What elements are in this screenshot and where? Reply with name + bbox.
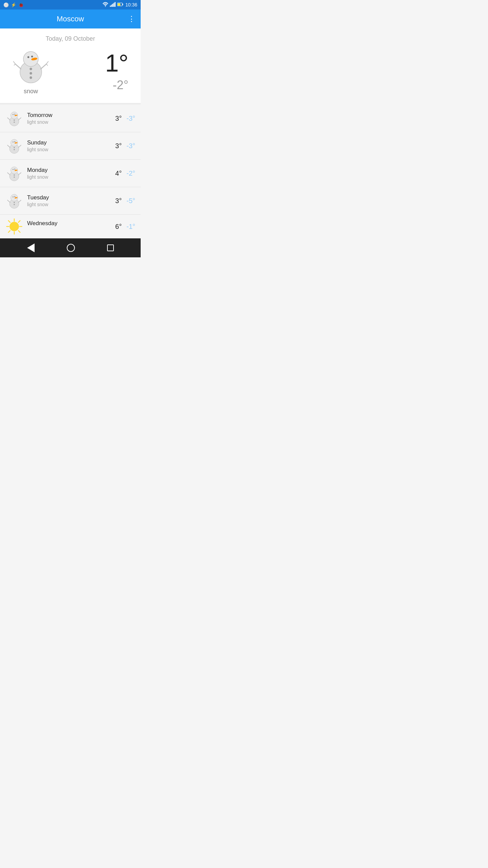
svg-rect-4 [114,3,115,6]
forecast-row-tomorrow: Tomorrow light snow 3° -3° [0,105,141,132]
monday-temps: 4° -2° [115,170,135,177]
svg-line-45 [18,173,21,175]
menu-button[interactable]: ⋮ [128,15,135,23]
tomorrow-day: Tomorrow [27,112,111,119]
svg-line-26 [7,118,10,120]
tomorrow-info: Tomorrow light snow [27,112,111,125]
tuesday-info: Tuesday light snow [27,194,111,207]
svg-point-48 [14,169,15,170]
monday-high: 4° [115,170,122,177]
forecast-row-sunday: Sunday light snow 3° -3° [0,132,141,160]
svg-point-31 [14,119,15,120]
debug-icon: 🐞 [18,2,24,7]
svg-line-68 [8,231,10,232]
svg-line-53 [7,200,10,202]
sunday-high: 3° [115,142,122,150]
svg-point-21 [29,68,32,70]
back-icon [27,243,35,252]
svg-point-47 [13,169,14,170]
nav-bar [0,238,141,257]
svg-line-16 [46,61,48,64]
svg-point-59 [14,204,15,205]
wednesday-day: Wednesday [27,220,111,227]
sunday-low: -3° [126,142,135,150]
tuesday-snowman-icon [5,192,23,210]
tuesday-high: 3° [115,197,122,205]
svg-line-12 [15,64,21,69]
svg-point-49 [14,174,15,175]
wednesday-info: Wednesday clear sky [27,220,111,233]
today-section: Today, 09 October [0,28,141,103]
sunday-day: Sunday [27,139,111,146]
today-main: snow 1° -2° [8,48,133,95]
monday-condition: light snow [27,174,111,180]
svg-point-56 [13,196,14,197]
svg-point-41 [14,149,15,150]
app-bar: Moscow ⋮ [0,9,141,28]
svg-point-23 [29,76,32,79]
forecast-row-tuesday: Tuesday light snow 3° -5° [0,187,141,215]
monday-low: -2° [126,170,135,177]
svg-point-38 [13,141,14,142]
bluetooth-icon: ⚪ [3,2,9,7]
svg-point-39 [14,141,15,142]
today-low-temp: -2° [113,78,128,92]
tuesday-day: Tuesday [27,194,111,201]
nav-recent-button[interactable] [107,244,114,251]
svg-line-17 [46,64,48,66]
battery-icon: ⚡ [117,2,123,8]
svg-line-44 [7,173,10,175]
svg-line-36 [18,145,21,147]
app-title: Moscow [57,15,84,23]
svg-point-57 [14,196,15,197]
svg-point-50 [14,177,15,178]
recent-icon [107,244,114,251]
svg-rect-5 [115,2,116,7]
svg-line-67 [18,221,20,222]
sunday-snowman-icon [5,137,23,155]
svg-line-65 [8,221,10,222]
svg-line-27 [18,118,21,120]
signal-icon [110,2,116,8]
nav-home-button[interactable] [67,244,75,252]
svg-point-40 [14,147,15,148]
tuesday-low: -5° [126,197,135,205]
wednesday-high: 6° [115,223,122,231]
svg-line-54 [18,200,21,202]
svg-point-30 [14,114,15,115]
today-date: Today, 09 October [8,35,133,42]
status-bar-left-icons: ⚪ ⚡ 🐞 [3,2,24,7]
status-bar-right-icons: ⚡ 10:36 [102,2,137,8]
tuesday-condition: light snow [27,202,111,207]
svg-point-0 [105,6,106,6]
monday-snowman-icon [5,164,23,182]
clock: 10:36 [125,2,137,7]
sunday-temps: 3° -3° [115,142,135,150]
svg-point-22 [29,72,32,75]
svg-rect-3 [112,4,113,7]
svg-rect-2 [111,4,112,6]
svg-line-66 [18,231,20,232]
today-high-temp: 1° [105,51,128,75]
svg-point-20 [31,56,33,58]
svg-text:⚡: ⚡ [119,3,121,6]
wednesday-temps: 6° -1° [115,223,135,231]
svg-line-13 [14,61,16,64]
tomorrow-condition: light snow [27,119,111,125]
monday-info: Monday light snow [27,167,111,180]
tomorrow-snowman-icon [5,110,23,127]
tomorrow-temps: 3° -3° [115,115,135,122]
home-icon [67,244,75,252]
svg-point-58 [14,202,15,203]
sunday-condition: light snow [27,147,111,152]
forecast-row-wednesday: Wednesday clear sky 6° -1° [0,215,141,238]
svg-rect-1 [110,5,111,7]
status-bar: ⚪ ⚡ 🐞 [0,0,141,9]
svg-line-14 [14,64,16,65]
today-snowman-icon [12,48,49,85]
nav-back-button[interactable] [27,243,35,252]
today-icon-area: snow [12,48,49,95]
svg-line-35 [7,145,10,147]
sunday-info: Sunday light snow [27,139,111,152]
wednesday-sun-icon [5,218,23,235]
